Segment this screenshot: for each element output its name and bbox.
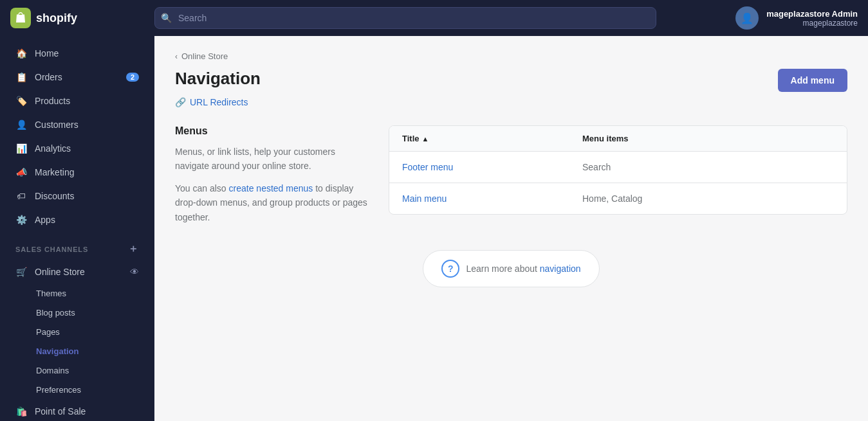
table-header-title: Title ▲ bbox=[402, 134, 582, 143]
search-icon: 🔍 bbox=[161, 13, 172, 23]
online-store-icon: 🛒 bbox=[15, 266, 27, 278]
content-area: ‹ Online Store Navigation Add menu 🔗 URL… bbox=[154, 36, 868, 421]
help-circle-icon: ? bbox=[441, 260, 459, 278]
table-cell-footer-title: Footer menu bbox=[402, 162, 582, 172]
orders-icon: 📋 bbox=[15, 71, 27, 83]
sidebar-item-home[interactable]: 🏠 Home bbox=[5, 42, 149, 65]
sidebar-label-themes: Themes bbox=[36, 289, 66, 298]
menus-description: Menus Menus, or link lists, help your cu… bbox=[175, 125, 368, 232]
sidebar-label-online-store: Online Store bbox=[35, 267, 85, 277]
discounts-icon: 🏷 bbox=[15, 190, 27, 202]
sidebar-label-pages: Pages bbox=[36, 327, 60, 337]
marketing-icon: 📣 bbox=[15, 166, 27, 178]
main-layout: 🏠 Home 📋 Orders 2 🏷️ Products 👤 Customer… bbox=[0, 36, 868, 421]
table-row[interactable]: Main menu Home, Catalog bbox=[389, 183, 847, 214]
sidebar-item-analytics[interactable]: 📊 Analytics bbox=[5, 137, 149, 160]
page-header: Navigation Add menu bbox=[175, 69, 847, 92]
analytics-icon: 📊 bbox=[15, 143, 27, 154]
learn-more-text: Learn more about navigation bbox=[466, 264, 580, 274]
user-info: mageplazastore Admin mageplazastore bbox=[766, 9, 858, 28]
table-header: Title ▲ Menu items bbox=[389, 126, 847, 152]
sidebar-item-point-of-sale[interactable]: 🛍️ Point of Sale bbox=[5, 400, 149, 421]
sales-channels-label: SALES CHANNELS ＋ bbox=[5, 232, 149, 260]
sidebar-label-apps: Apps bbox=[35, 215, 55, 225]
user-name: mageplazastore Admin bbox=[766, 9, 858, 19]
sidebar-label-discounts: Discounts bbox=[35, 191, 74, 201]
link-icon: 🔗 bbox=[175, 97, 186, 107]
main-menu-link[interactable]: Main menu bbox=[402, 193, 447, 204]
user-store: mageplazastore bbox=[766, 19, 858, 28]
eye-icon[interactable]: 👁 bbox=[130, 267, 139, 277]
sidebar-label-blog-posts: Blog posts bbox=[36, 308, 75, 318]
shopify-wordmark: shopify bbox=[36, 12, 77, 25]
sidebar-item-marketing[interactable]: 📣 Marketing bbox=[5, 161, 149, 184]
sidebar-label-preferences: Preferences bbox=[36, 385, 81, 395]
table-cell-footer-items: Search bbox=[582, 162, 834, 172]
products-icon: 🏷️ bbox=[15, 95, 27, 107]
breadcrumb-text: Online Store bbox=[181, 51, 228, 61]
topbar: shopify 🔍 👤 mageplazastore Admin magepla… bbox=[0, 0, 868, 36]
menus-desc-1: Menus, or link lists, help your customer… bbox=[175, 145, 368, 174]
sidebar-label-analytics: Analytics bbox=[35, 143, 71, 154]
sidebar-label-orders: Orders bbox=[35, 72, 62, 82]
breadcrumb[interactable]: ‹ Online Store bbox=[175, 51, 847, 61]
sidebar-sub-pages[interactable]: Pages bbox=[5, 323, 149, 341]
menus-table: Title ▲ Menu items Footer menu Search Ma… bbox=[389, 125, 847, 215]
sidebar-sub-preferences[interactable]: Preferences bbox=[5, 381, 149, 399]
navigation-link[interactable]: navigation bbox=[540, 264, 581, 274]
search-input[interactable] bbox=[154, 7, 656, 29]
search-bar[interactable]: 🔍 bbox=[154, 7, 656, 29]
nested-menus-link[interactable]: create nested menus bbox=[229, 183, 313, 193]
sidebar-item-online-store[interactable]: 🛒 Online Store 👁 bbox=[5, 260, 149, 283]
table-row[interactable]: Footer menu Search bbox=[389, 152, 847, 183]
sidebar-sub-navigation[interactable]: Navigation bbox=[5, 342, 149, 361]
sidebar-label-marketing: Marketing bbox=[35, 167, 74, 177]
add-menu-button[interactable]: Add menu bbox=[778, 69, 847, 92]
shopify-logo[interactable]: shopify bbox=[10, 8, 139, 28]
customers-icon: 👤 bbox=[15, 119, 27, 130]
home-icon: 🏠 bbox=[15, 48, 27, 59]
menus-heading: Menus bbox=[175, 125, 368, 137]
menus-desc-2: You can also create nested menus to disp… bbox=[175, 181, 368, 224]
pos-icon: 🛍️ bbox=[15, 406, 27, 417]
sidebar-label-customers: Customers bbox=[35, 120, 78, 130]
table-cell-main-title: Main menu bbox=[402, 193, 582, 204]
table-cell-main-items: Home, Catalog bbox=[582, 193, 834, 204]
menus-section: Menus Menus, or link lists, help your cu… bbox=[175, 125, 847, 232]
apps-icon: ⚙️ bbox=[15, 214, 27, 226]
learn-more-box: ? Learn more about navigation bbox=[423, 250, 599, 287]
avatar[interactable]: 👤 bbox=[735, 6, 759, 30]
sort-arrow-icon: ▲ bbox=[422, 135, 429, 143]
sidebar-item-products[interactable]: 🏷️ Products bbox=[5, 89, 149, 112]
breadcrumb-chevron-icon: ‹ bbox=[175, 52, 178, 61]
sidebar-item-customers[interactable]: 👤 Customers bbox=[5, 113, 149, 136]
table-header-items: Menu items bbox=[582, 134, 834, 143]
shopify-bag-icon bbox=[10, 8, 31, 28]
sidebar-label-products: Products bbox=[35, 96, 70, 106]
sidebar-label-domains: Domains bbox=[36, 366, 69, 375]
add-channel-icon[interactable]: ＋ bbox=[128, 242, 139, 256]
sidebar-label-navigation: Navigation bbox=[36, 346, 78, 356]
topbar-right: 👤 mageplazastore Admin mageplazastore bbox=[735, 6, 858, 30]
sidebar-item-orders[interactable]: 📋 Orders 2 bbox=[5, 66, 149, 89]
url-redirects-link[interactable]: 🔗 URL Redirects bbox=[175, 97, 847, 107]
sidebar-sub-domains[interactable]: Domains bbox=[5, 361, 149, 380]
sidebar-label-pos: Point of Sale bbox=[35, 406, 86, 417]
page-title: Navigation bbox=[175, 69, 261, 89]
sidebar: 🏠 Home 📋 Orders 2 🏷️ Products 👤 Customer… bbox=[0, 36, 154, 421]
sidebar-sub-themes[interactable]: Themes bbox=[5, 284, 149, 303]
orders-badge: 2 bbox=[126, 73, 139, 82]
sidebar-item-discounts[interactable]: 🏷 Discounts bbox=[5, 184, 149, 208]
sidebar-item-apps[interactable]: ⚙️ Apps bbox=[5, 208, 149, 231]
learn-more-section: ? Learn more about navigation bbox=[175, 250, 847, 287]
sidebar-sub-blog-posts[interactable]: Blog posts bbox=[5, 303, 149, 322]
url-redirects-text: URL Redirects bbox=[190, 97, 248, 107]
sidebar-label-home: Home bbox=[35, 48, 59, 58]
footer-menu-link[interactable]: Footer menu bbox=[402, 162, 453, 172]
